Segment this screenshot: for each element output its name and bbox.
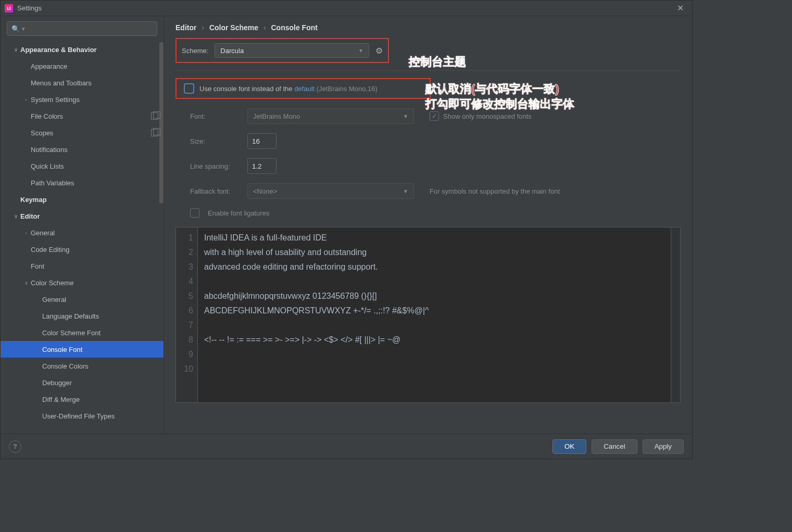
sidebar-item-label: Console Colors xyxy=(42,362,89,370)
sidebar-item-label: Quick Lists xyxy=(31,162,64,170)
sidebar-item-label: File Colors xyxy=(31,112,63,120)
sidebar-item[interactable]: Diff & Merge xyxy=(1,391,164,408)
sidebar-item-label: User-Defined File Types xyxy=(42,412,115,420)
search-icon: 🔍 xyxy=(11,25,20,33)
use-console-font-row: Use console font instead of the default … xyxy=(175,78,431,99)
sidebar-item[interactable]: Color Scheme Font xyxy=(1,324,164,341)
sidebar-item[interactable]: Keymap xyxy=(1,191,164,208)
breadcrumb: Editor › Color Scheme › Console Font xyxy=(175,23,681,32)
breadcrumb-item[interactable]: Color Scheme xyxy=(209,23,258,32)
chevron-down-icon: ▼ xyxy=(403,113,408,119)
sidebar-item-label: Path Variables xyxy=(31,179,74,187)
settings-sidebar: 🔍 ▾ ∨Appearance & BehaviorAppearanceMenu… xyxy=(1,16,164,434)
cancel-button[interactable]: Cancel xyxy=(592,439,637,454)
help-button[interactable]: ? xyxy=(9,440,21,453)
sidebar-item[interactable]: ›System Settings xyxy=(1,91,164,108)
sidebar-item[interactable]: Language Defaults xyxy=(1,308,164,324)
font-label: Font: xyxy=(190,112,239,120)
sidebar-item[interactable]: Quick Lists xyxy=(1,158,164,174)
sidebar-item-label: Appearance xyxy=(31,62,67,70)
preview-scrollbar[interactable] xyxy=(671,227,680,402)
sidebar-item-label: Diff & Merge xyxy=(42,396,80,403)
show-monospaced-checkbox[interactable] xyxy=(430,111,439,121)
font-preview: 12345678910 IntelliJ IDEA is a full-feat… xyxy=(175,227,681,403)
settings-main: Editor › Color Scheme › Console Font Sch… xyxy=(164,16,692,434)
sidebar-item[interactable]: ∨Color Scheme xyxy=(1,274,164,291)
copy-icon xyxy=(151,112,158,120)
scheme-value: Darcula xyxy=(220,47,244,55)
default-link[interactable]: default xyxy=(294,85,315,93)
breadcrumb-item: Console Font xyxy=(271,23,318,32)
scheme-select[interactable]: Darcula ▼ xyxy=(215,43,369,58)
use-console-font-label: Use console font instead of the default … xyxy=(199,85,378,93)
chevron-icon: ∨ xyxy=(11,213,20,219)
dialog-footer: ? OK Cancel Apply xyxy=(1,434,692,459)
sidebar-item-label: Color Scheme xyxy=(31,279,73,287)
ligatures-checkbox[interactable] xyxy=(190,208,199,218)
chevron-icon: › xyxy=(21,230,31,236)
sidebar-item[interactable]: ∨Appearance & Behavior xyxy=(1,41,164,58)
scheme-row: Scheme: Darcula ▼ ⚙ xyxy=(175,38,389,63)
sidebar-item[interactable]: Console Colors xyxy=(1,358,164,374)
chevron-down-icon: ▼ xyxy=(358,48,363,54)
ligatures-label: Enable font ligatures xyxy=(208,209,270,217)
copy-icon xyxy=(151,129,158,136)
sidebar-item-label: Menus and Toolbars xyxy=(31,79,92,87)
sidebar-item[interactable]: Code Editing xyxy=(1,241,164,258)
sidebar-item[interactable]: Path Variables xyxy=(1,174,164,191)
app-logo-icon: IJ xyxy=(5,4,13,12)
fallback-hint: For symbols not supported by the main fo… xyxy=(430,187,560,195)
search-input[interactable]: 🔍 ▾ xyxy=(7,21,157,36)
fallback-label: Fallback font: xyxy=(190,187,239,195)
sidebar-item-label: Color Scheme Font xyxy=(42,329,100,337)
fallback-select[interactable]: <None> ▼ xyxy=(247,183,414,199)
sidebar-item-label: Keymap xyxy=(20,196,47,204)
close-icon[interactable]: ✕ xyxy=(673,3,688,13)
sidebar-item[interactable]: ∨Editor xyxy=(1,208,164,224)
chevron-icon: › xyxy=(21,97,31,103)
sidebar-item[interactable]: User-Defined File Types xyxy=(1,408,164,424)
size-input[interactable] xyxy=(247,133,276,149)
font-select[interactable]: JetBrains Mono ▼ xyxy=(247,108,414,124)
line-spacing-input[interactable] xyxy=(247,158,276,174)
scheme-label: Scheme: xyxy=(182,47,208,55)
sidebar-item-label: Font xyxy=(31,262,44,270)
settings-tree: ∨Appearance & BehaviorAppearanceMenus an… xyxy=(1,41,164,434)
sidebar-item[interactable]: File Colors xyxy=(1,108,164,124)
show-monospaced-label: Show only monospaced fonts xyxy=(443,112,532,120)
sidebar-item-label: Appearance & Behavior xyxy=(20,46,97,54)
sidebar-item-label: General xyxy=(42,296,66,303)
sidebar-item[interactable]: Notifications xyxy=(1,141,164,158)
apply-button[interactable]: Apply xyxy=(643,439,684,454)
sidebar-item[interactable]: Scopes xyxy=(1,124,164,141)
sidebar-item[interactable]: Console Font xyxy=(1,341,164,358)
sidebar-item-label: Code Editing xyxy=(31,246,69,254)
sidebar-item-label: System Settings xyxy=(31,96,80,104)
breadcrumb-item[interactable]: Editor xyxy=(175,23,196,32)
sidebar-item[interactable]: Menus and Toolbars xyxy=(1,74,164,91)
sidebar-item-label: Scopes xyxy=(31,129,53,137)
preview-code[interactable]: IntelliJ IDEA is a full-featured IDE wit… xyxy=(198,227,671,402)
preview-gutter: 12345678910 xyxy=(176,227,198,402)
chevron-down-icon: ▼ xyxy=(403,188,408,194)
scrollbar-thumb[interactable] xyxy=(159,42,164,204)
use-console-font-checkbox[interactable] xyxy=(184,83,194,94)
sidebar-item[interactable]: ›General xyxy=(1,224,164,241)
titlebar: IJ Settings ✕ xyxy=(1,1,692,16)
window-title: Settings xyxy=(17,4,673,12)
chevron-icon: ∨ xyxy=(21,280,31,286)
sidebar-item[interactable]: Debugger xyxy=(1,374,164,391)
line-spacing-label: Line spacing: xyxy=(190,162,239,170)
sidebar-item[interactable]: General xyxy=(1,291,164,308)
annotation-1: 控制台主题 xyxy=(409,55,466,70)
sidebar-item-label: Notifications xyxy=(31,146,68,154)
size-label: Size: xyxy=(190,137,239,145)
sidebar-item[interactable]: Appearance xyxy=(1,58,164,74)
sidebar-item-label: General xyxy=(31,229,55,237)
annotation-2: 默认取消(与代码字体一致) 打勾即可修改控制台输出字体 xyxy=(425,82,574,111)
ok-button[interactable]: OK xyxy=(552,439,586,454)
chevron-icon: ∨ xyxy=(11,47,20,53)
sidebar-item-label: Console Font xyxy=(42,346,82,353)
sidebar-item[interactable]: Font xyxy=(1,258,164,274)
gear-icon[interactable]: ⚙ xyxy=(375,46,383,56)
